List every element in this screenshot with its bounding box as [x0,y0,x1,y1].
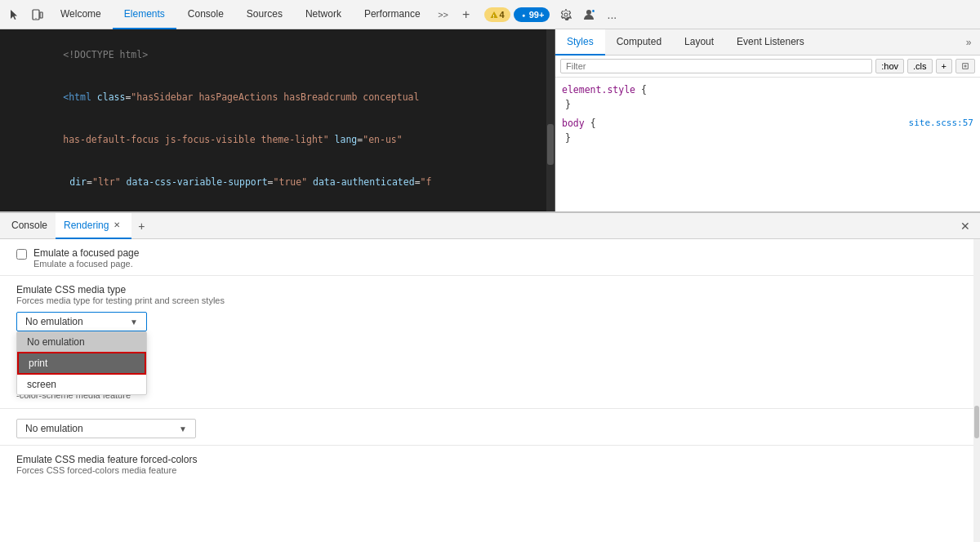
html-line-3: has-default-focus js-focus-visible theme… [7,119,548,162]
tab-welcome[interactable]: Welcome [49,0,113,29]
html-line-4: dir="ltr" data-css-variable-support="tru… [7,161,548,203]
cursor-tool-btn[interactable] [3,3,26,26]
svg-point-2 [35,17,36,18]
drawer-scrollbar-thumb[interactable] [974,406,979,438]
hov-btn[interactable]: :hov [875,59,904,73]
drawer-tab-console[interactable]: Console [3,213,56,239]
tab-sources-label: Sources [247,8,283,20]
attr-class: class [97,91,126,103]
drawer-tab-rendering[interactable]: Rendering ✕ [56,213,131,239]
devtools-container: Welcome Elements Console Sources Network… [0,0,980,542]
error-count: 99+ [529,10,545,20]
second-dropdown-btn[interactable]: No emulation ▼ [16,419,196,438]
element-style-rule: element.style { [562,82,973,97]
error-badge: ● 99+ [514,7,550,22]
tag-open: <html [63,91,97,103]
styles-panel: Styles Computed Layout Event Listeners » [555,29,980,218]
drawer-tab-rendering-label: Rendering [64,220,109,231]
html-scrollbar[interactable] [546,29,555,218]
close-rendering-tab-btn[interactable]: ✕ [110,219,123,232]
settings-btn[interactable] [555,3,577,26]
warning-count: 4 [500,10,505,20]
dropdown-option-no-emulation[interactable]: No emulation [17,332,146,352]
devtools-tabbar: Welcome Elements Console Sources Network… [0,0,980,29]
tab-layout[interactable]: Layout [673,29,725,56]
emulate-focus-section: Emulate a focused page Emulate a focused… [0,239,980,276]
emulate-focus-desc: Emulate a focused page. [33,259,139,269]
media-type-dropdown-container: No emulation ▼ No emulation print screen [16,312,147,331]
site-scss-link[interactable]: site.scss:57 [909,116,973,131]
body-selector: body [562,118,590,129]
attr-lang-val: "en-us" [363,134,402,145]
emulate-focus-checkbox[interactable] [16,249,27,260]
svg-text:!: ! [492,13,494,18]
option-screen-label: screen [27,379,56,390]
styles-filter-input[interactable] [560,59,872,73]
account-btn[interactable] [577,3,600,26]
dropdown-option-screen[interactable]: screen [17,375,146,394]
second-dropdown-arrow: ▼ [179,424,187,433]
body-rule: body { site.scss:57 [562,116,973,131]
cls-btn[interactable]: .cls [907,59,933,73]
add-style-btn[interactable]: + [936,59,952,73]
element-style-close: } [565,97,973,112]
option-print-label: print [29,358,47,369]
html-content: <!DOCTYPE html> <html class="hasSidebar … [0,29,555,218]
emulate-focus-title: Emulate a focused page [33,247,139,259]
media-type-dropdown-btn[interactable]: No emulation ▼ [16,312,147,331]
styles-more-icon: » [966,37,972,48]
add-tab-label: + [462,7,470,22]
styles-tabbar: Styles Computed Layout Event Listeners » [555,29,980,56]
new-rule-btn[interactable] [956,59,975,73]
css-media-type-desc: Forces media type for testing print and … [16,295,964,305]
css-media-type-title: Emulate CSS media type [16,284,964,295]
second-dropdown-value: No emulation [25,423,83,434]
option-no-emulation-label: No emulation [27,336,85,348]
styles-more-tabs[interactable]: » [957,29,980,56]
overflow-btn[interactable]: ... [600,3,623,26]
main-panels: <!DOCTYPE html> <html class="hasSidebar … [0,29,980,219]
tab-elements-label: Elements [124,8,165,20]
tab-performance-label: Performance [364,8,421,20]
tab-network[interactable]: Network [294,0,353,29]
second-dropdown-container: No emulation ▼ [16,419,964,438]
doctype: <!DOCTYPE html> [63,49,148,60]
forced-colors-section: Emulate CSS media feature forced-colors … [0,446,980,483]
device-tool-btn[interactable] [26,3,49,26]
attr-class-val2: has-default-focus js-focus-visible theme… [63,134,328,145]
drawer-scrollbar[interactable] [973,239,980,542]
tab-console-label: Console [188,8,224,20]
tab-styles[interactable]: Styles [555,29,605,56]
html-scrollbar-thumb[interactable] [547,124,554,165]
tab-event-listeners[interactable]: Event Listeners [725,29,816,56]
tab-elements[interactable]: Elements [113,0,176,29]
dropdown-option-print[interactable]: print [17,352,146,375]
more-tabs-btn[interactable]: >> [432,3,455,26]
attr-dir-val: "ltr" [92,176,121,188]
styles-code: element.style { } body { site.scss:57 } [555,78,980,151]
add-drawer-tab-btn[interactable]: + [131,216,151,236]
media-type-dropdown-value: No emulation [25,316,83,327]
tab-console[interactable]: Console [176,0,235,29]
css-media-type-section: Emulate CSS media type Forces media type… [0,276,980,409]
tab-welcome-label: Welcome [60,8,101,20]
forced-colors-title: Emulate CSS media feature forced-colors [16,454,964,465]
tab-layout-label: Layout [684,36,714,47]
tab-sources[interactable]: Sources [235,0,294,29]
close-drawer-btn[interactable]: ✕ [954,215,977,238]
add-tab-btn[interactable]: + [455,3,478,26]
tab-computed[interactable]: Computed [605,29,673,56]
tab-performance[interactable]: Performance [353,0,432,29]
prefers-color-scheme-text: feature prefers-color-scheme [16,380,964,390]
tab-event-listeners-label: Event Listeners [737,36,804,47]
emulate-focus-row: Emulate a focused page Emulate a focused… [16,247,964,269]
attr-class-val: "hasSidebar hasPageActions hasBreadcrumb… [131,91,425,103]
element-style-selector: element.style [562,84,641,96]
styles-filter-row: :hov .cls + [555,56,980,78]
drawer-tab-console-label: Console [11,220,47,231]
svg-text:●: ● [522,12,525,18]
html-line-2: <html class="hasSidebar hasPageActions h… [7,77,548,119]
bottom-drawer: Console Rendering ✕ + ✕ Emulate a focuse… [0,211,980,542]
media-type-dropdown-menu: No emulation print screen [16,331,147,395]
media-type-dropdown-arrow: ▼ [130,318,138,327]
